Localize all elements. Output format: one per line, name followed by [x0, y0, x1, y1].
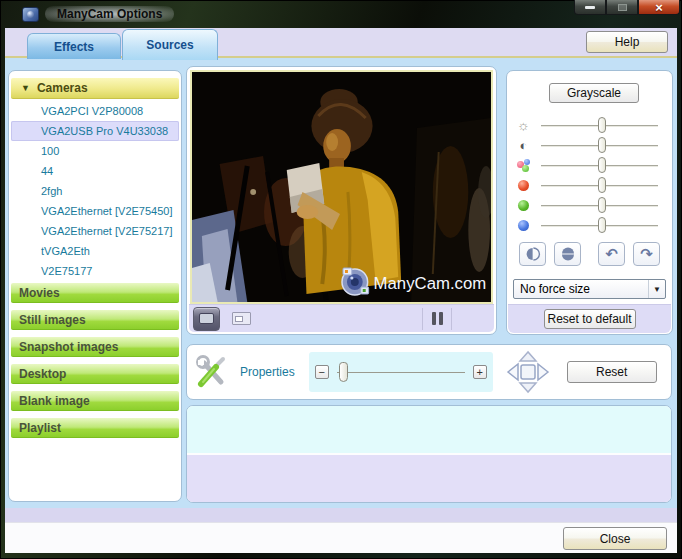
preview-toolbar — [189, 304, 494, 332]
blue-slider[interactable] — [541, 217, 658, 233]
green-slider-row — [507, 195, 672, 215]
window-title: ManyCam Options — [45, 6, 174, 22]
blue-channel-icon — [515, 220, 532, 231]
pause-icon — [439, 312, 443, 325]
help-button[interactable]: Help — [586, 31, 668, 53]
blue-slider-row — [507, 215, 672, 235]
green-channel-icon — [515, 200, 532, 211]
dpad-center-icon — [521, 365, 535, 379]
grayscale-button[interactable]: Grayscale — [549, 83, 639, 103]
rgb-icon — [515, 159, 532, 172]
camera-item[interactable]: VGA2USB Pro V4U33038 — [11, 121, 179, 141]
flip-horizontal-icon — [525, 246, 541, 262]
app-icon — [22, 7, 39, 22]
cameras-header[interactable]: ▼ Cameras — [11, 78, 179, 99]
plus-icon: + — [476, 367, 482, 378]
dropdown-arrow-icon: ▼ — [648, 280, 665, 298]
red-slider-row — [507, 175, 672, 195]
red-slider[interactable] — [541, 177, 658, 193]
flip-vertical-icon — [560, 246, 576, 262]
tab-effects[interactable]: Effects — [27, 33, 121, 59]
fullscreen-icon — [199, 313, 214, 324]
colors-slider[interactable] — [541, 157, 658, 173]
camera-item[interactable]: V2E75177 — [11, 261, 179, 281]
brightness-slider[interactable] — [541, 117, 658, 133]
contrast-slider[interactable] — [541, 137, 658, 153]
source-options-top — [187, 406, 671, 455]
preview-panel: ManyCam.com — [186, 66, 497, 335]
category-playlist[interactable]: Playlist — [11, 418, 179, 438]
flip-vertical-button[interactable] — [554, 242, 581, 266]
close-button[interactable]: Close — [563, 527, 667, 550]
dpad-up-icon — [520, 352, 536, 361]
flip-horizontal-button[interactable] — [519, 242, 546, 266]
green-slider[interactable] — [541, 197, 658, 213]
camera-item[interactable]: VGA2Ethernet [V2E75217] — [11, 221, 179, 241]
zoom-slider-thumb[interactable] — [339, 362, 348, 382]
close-icon: × — [655, 1, 663, 14]
pip-view-button[interactable] — [228, 308, 255, 330]
contrast-icon: ◐ — [515, 139, 532, 152]
source-options-bottom — [187, 455, 671, 502]
category-movies[interactable]: Movies — [11, 283, 179, 303]
dpad-left-icon — [508, 364, 518, 380]
properties-label: Properties — [240, 365, 295, 379]
close-window-button[interactable]: × — [638, 0, 680, 15]
category-blank-image[interactable]: Blank image — [11, 391, 179, 411]
footer-lavender-strip — [5, 508, 677, 522]
category-desktop[interactable]: Desktop — [11, 364, 179, 384]
brightness-slider-row: ☼ — [507, 115, 672, 135]
tab-sources[interactable]: Sources — [122, 29, 218, 60]
colors-slider-row — [507, 155, 672, 175]
reset-button[interactable]: Reset — [567, 361, 657, 383]
camera-item[interactable]: VGA2PCI V2P80008 — [11, 101, 179, 121]
pause-icon — [432, 312, 436, 325]
zoom-slider[interactable] — [337, 362, 465, 382]
transform-buttons: ↶ ↷ — [507, 242, 672, 266]
camera-item[interactable]: 2fgh — [11, 181, 179, 201]
divider — [451, 308, 452, 330]
source-options-panel — [186, 405, 672, 503]
watermark-text: ManyCam.com — [374, 274, 487, 293]
zoom-in-button[interactable]: + — [473, 365, 487, 379]
window-controls: × — [574, 0, 680, 15]
rotate-right-icon: ↷ — [640, 245, 653, 263]
color-sliders: ☼ ◐ — [507, 115, 672, 235]
category-snapshot-images[interactable]: Snapshot images — [11, 337, 179, 357]
rotate-left-button[interactable]: ↶ — [598, 242, 625, 266]
minimize-button[interactable] — [574, 0, 606, 15]
camera-item[interactable]: 100 — [11, 141, 179, 161]
red-channel-icon — [515, 180, 532, 191]
maximize-button — [606, 0, 638, 15]
maximize-icon — [618, 4, 627, 11]
fullscreen-view-button[interactable] — [193, 307, 220, 331]
minimize-icon — [585, 6, 595, 9]
rotate-left-icon: ↶ — [605, 245, 618, 263]
zoom-strip: − + — [309, 352, 493, 392]
camera-item[interactable]: 44 — [11, 161, 179, 181]
sources-sidebar: ▼ Cameras VGA2PCI V2P80008 VGA2USB Pro V… — [8, 70, 182, 502]
pip-icon — [232, 312, 251, 325]
reset-to-default-button[interactable]: Reset to default — [544, 309, 636, 329]
titlebar: ManyCam Options × — [0, 0, 682, 28]
pause-button[interactable] — [423, 307, 451, 331]
dialog-body: Effects Sources Help ▼ Cameras VGA2PCI V… — [5, 28, 677, 553]
dpad-down-icon — [520, 383, 536, 392]
force-size-value: No force size — [514, 282, 648, 296]
camera-item[interactable]: tVGA2Eth — [11, 241, 179, 261]
camera-item[interactable]: VGA2Ethernet [V2E75450] — [11, 201, 179, 221]
contrast-slider-row: ◐ — [507, 135, 672, 155]
pan-dpad[interactable] — [499, 348, 557, 396]
adjustments-footer: Reset to default — [508, 304, 671, 333]
video-content: ManyCam.com — [192, 72, 491, 302]
tools-icon — [195, 355, 227, 389]
category-still-images[interactable]: Still images — [11, 310, 179, 330]
rotate-right-button[interactable]: ↷ — [633, 242, 660, 266]
zoom-out-button[interactable]: − — [315, 365, 329, 379]
properties-panel: Properties − + Reset — [186, 344, 672, 400]
brightness-icon: ☼ — [515, 118, 532, 132]
adjustments-panel: Grayscale ☼ ◐ — [506, 70, 673, 335]
dpad-right-icon — [538, 364, 548, 380]
force-size-dropdown[interactable]: No force size ▼ — [513, 279, 666, 299]
cameras-header-label: Cameras — [37, 81, 88, 95]
